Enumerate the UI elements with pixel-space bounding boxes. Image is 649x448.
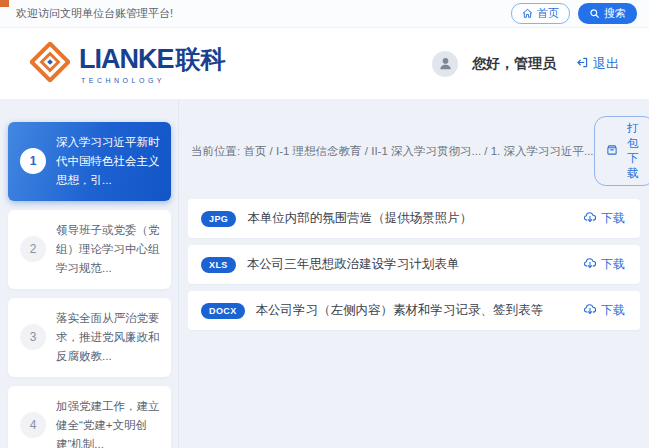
home-button-label: 首页 xyxy=(537,8,559,19)
search-button-label: 搜索 xyxy=(604,8,626,19)
file-type-badge: DOCX xyxy=(201,303,245,319)
file-row-jpg: JPG 本单位内部的氛围营造（提供场景照片） 下载 xyxy=(188,199,640,238)
sidebar-item-4[interactable]: 4 加强党建工作，建立健全“党建+文明创建”机制... xyxy=(8,386,171,448)
logo-cn-text: 联科 xyxy=(176,43,226,76)
app-window: 欢迎访问文明单位台账管理平台! 首页 搜索 xyxy=(0,0,649,448)
package-download-label: 打包下载 xyxy=(623,121,644,181)
file-row-docx: DOCX 本公司学习（左侧内容）素材和学习记录、签到表等 下载 xyxy=(188,291,640,330)
download-label: 下载 xyxy=(601,302,625,319)
file-type-badge: XLS xyxy=(201,257,236,273)
sidebar-item-label: 加强党建工作，建立健全“党建+文明创建”机制... xyxy=(56,397,162,448)
download-link[interactable]: 下载 xyxy=(583,256,625,273)
sidebar: 1 深入学习习近平新时代中国特色社会主义思想，引... 2 领导班子或党委（党组… xyxy=(0,100,178,448)
download-label: 下载 xyxy=(601,256,625,273)
file-title: 本公司学习（左侧内容）素材和学习记录、签到表等 xyxy=(256,302,544,319)
cloud-download-icon xyxy=(583,210,597,227)
logo-text: LIANKE 联科 TECHNOLOGY xyxy=(79,43,226,84)
brand-logo: LIANKE 联科 TECHNOLOGY xyxy=(30,42,226,86)
logo-subtitle: TECHNOLOGY xyxy=(79,77,226,84)
package-download-button[interactable]: 打包下载 xyxy=(594,116,649,186)
sidebar-item-1[interactable]: 1 深入学习习近平新时代中国特色社会主义思想，引... xyxy=(8,122,171,201)
home-icon xyxy=(522,8,533,19)
sidebar-item-label: 深入学习习近平新时代中国特色社会主义思想，引... xyxy=(56,133,162,190)
download-label: 下载 xyxy=(601,210,625,227)
cloud-download-icon xyxy=(583,256,597,273)
main-area: 1 深入学习习近平新时代中国特色社会主义思想，引... 2 领导班子或党委（党组… xyxy=(0,100,649,448)
welcome-text: 欢迎访问文明单位台账管理平台! xyxy=(16,6,173,21)
user-area: 您好，管理员 退出 xyxy=(432,51,619,77)
user-greeting: 您好，管理员 xyxy=(472,55,556,73)
file-row-xls: XLS 本公司三年思想政治建设学习计划表单 下载 xyxy=(188,245,640,284)
sidebar-item-number: 2 xyxy=(20,236,46,262)
breadcrumb-path: 首页 / I-1 理想信念教育 / II-1 深入学习贯彻习... / 1. 深… xyxy=(243,145,593,157)
cloud-download-icon xyxy=(583,302,597,319)
corner-artifact xyxy=(0,0,9,7)
file-type-badge: JPG xyxy=(201,211,236,227)
content-actions: 打包下载 xyxy=(594,116,649,186)
sidebar-item-label: 落实全面从严治党要求，推进党风廉政和反腐败教... xyxy=(56,309,162,366)
search-icon xyxy=(589,8,600,19)
package-icon xyxy=(606,144,618,158)
sidebar-item-label: 领导班子或党委（党组）理论学习中心组学习规范... xyxy=(56,221,162,278)
breadcrumb: 当前位置: 首页 / I-1 理想信念教育 / II-1 深入学习贯彻习... … xyxy=(191,144,594,159)
logout-icon xyxy=(576,56,589,72)
sidebar-item-number: 4 xyxy=(20,412,46,438)
download-link[interactable]: 下载 xyxy=(583,210,625,227)
header: LIANKE 联科 TECHNOLOGY 您好，管理员 退出 xyxy=(0,28,649,100)
logout-button[interactable]: 退出 xyxy=(576,55,619,73)
file-list: JPG 本单位内部的氛围营造（提供场景照片） 下载 XLS 本公司三年思想政治建… xyxy=(188,199,640,330)
sidebar-item-number: 1 xyxy=(20,148,46,174)
sidebar-item-3[interactable]: 3 落实全面从严治党要求，推进党风廉政和反腐败教... xyxy=(8,298,171,377)
home-button[interactable]: 首页 xyxy=(511,3,570,24)
top-bar: 欢迎访问文明单位台账管理平台! 首页 搜索 xyxy=(0,0,649,28)
breadcrumb-label: 当前位置: xyxy=(191,145,240,157)
content-header: 当前位置: 首页 / I-1 理想信念教育 / II-1 深入学习贯彻习... … xyxy=(188,116,640,186)
file-title: 本公司三年思想政治建设学习计划表单 xyxy=(247,256,460,273)
file-title: 本单位内部的氛围营造（提供场景照片） xyxy=(247,210,472,227)
download-link[interactable]: 下载 xyxy=(583,302,625,319)
topbar-actions: 首页 搜索 xyxy=(511,3,637,24)
logo-en-text: LIANKE xyxy=(79,44,174,75)
search-button[interactable]: 搜索 xyxy=(578,3,637,24)
logo-diamond-icon xyxy=(30,42,70,86)
sidebar-item-number: 3 xyxy=(20,324,46,350)
sidebar-item-2[interactable]: 2 领导班子或党委（党组）理论学习中心组学习规范... xyxy=(8,210,171,289)
content-panel: 当前位置: 首页 / I-1 理想信念教育 / II-1 深入学习贯彻习... … xyxy=(178,100,649,448)
logout-label: 退出 xyxy=(593,55,619,73)
user-avatar xyxy=(432,51,458,77)
